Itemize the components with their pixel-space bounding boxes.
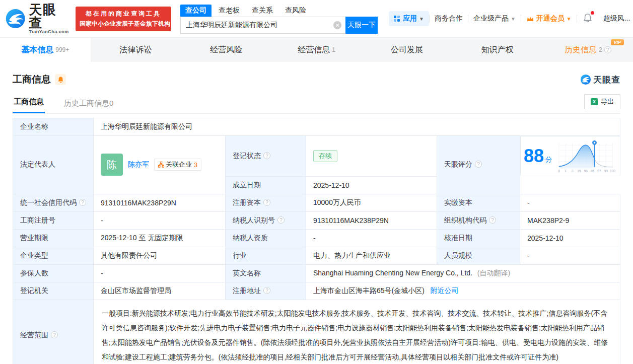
section-header: 工商信息 天眼查 (0, 62, 633, 86)
search-tab-risk[interactable]: 查风险 (280, 5, 311, 17)
table-row: 营业期限 2025-12-10 至 无固定期限 纳税人资质 - 核准日期 202… (13, 229, 620, 247)
export-button[interactable]: x 导出 (584, 94, 620, 109)
slogan-line1: 都在用的商业查询工具 (80, 10, 167, 18)
legal-rep-avatar[interactable]: 陈 (101, 154, 123, 176)
monitor-bell-button[interactable] (55, 74, 66, 85)
bell-icon (583, 13, 592, 23)
watermark-eye-icon (580, 74, 591, 85)
export-label: 导出 (601, 97, 614, 106)
registered-address-value: 上海市金山区海丰路65号(金城小区) 附近公司 (306, 282, 620, 300)
help-icon[interactable]: ? (475, 161, 482, 168)
tab-operation-info[interactable]: 经营信息 1 (271, 38, 362, 62)
reg-status-label: 登记状态? (226, 136, 306, 177)
company-type-label: 企业类型 (13, 247, 94, 264)
help-icon[interactable]: ? (263, 287, 270, 294)
org-chart-icon (158, 162, 164, 168)
help-icon[interactable]: ? (604, 46, 611, 53)
search-button[interactable]: 天眼一下 (345, 17, 378, 34)
help-icon[interactable]: ? (489, 216, 496, 224)
registry-authority-value: 金山区市场监督管理局 (94, 282, 226, 300)
taxpayer-id-label: 纳税人识别号? (226, 211, 306, 229)
related-companies-badge[interactable]: 关联企业 3 (154, 159, 201, 171)
cooperation-label: 商务合作 (435, 14, 463, 23)
clear-search-icon[interactable]: ✕ (333, 21, 341, 29)
english-name-label: 英文名称 (226, 264, 306, 282)
industry-label: 行业 (226, 247, 306, 264)
help-icon[interactable]: ? (51, 331, 58, 338)
establish-date-label: 成立日期 (226, 176, 306, 194)
tab-basic-info[interactable]: 基本信息 999+ (0, 38, 91, 62)
legal-rep-name-link[interactable]: 陈亦军 (128, 160, 149, 169)
table-row: 统一社会信用代码? 91310116MAK238P29N 注册资本? 10000… (13, 194, 620, 211)
tab-label: 历史信息 (565, 45, 597, 55)
subtab-business-info[interactable]: 工商信息 (13, 93, 45, 113)
tab-count: 1 (332, 46, 335, 53)
notifications-bell[interactable] (577, 13, 598, 25)
tab-history-info[interactable]: VIP 历史信息 2 ? (542, 38, 633, 62)
tab-label: 公司发展 (391, 45, 423, 55)
tianyancha-logo[interactable]: 天眼查 TianYanCha.com (5, 3, 71, 34)
paid-capital-label: 实缴资本 (437, 194, 520, 211)
company-name-label: 企业名称 (13, 118, 94, 136)
score-value: 88 (524, 147, 544, 165)
vip-label: 开通会员 (536, 14, 565, 23)
notification-dot (591, 11, 594, 15)
search-tab-relation[interactable]: 查关系 (247, 5, 278, 17)
reg-number-label: 工商注册号 (13, 211, 94, 229)
company-type-value: 其他有限责任公司 (94, 247, 226, 264)
paid-capital-value: - (520, 194, 620, 211)
help-icon[interactable]: ? (277, 216, 285, 224)
top-header: 天眼查 TianYanCha.com 都在用的商业查询工具 国家中小企业发展子基… (0, 0, 633, 38)
auto-translate-note: (自动翻译) (477, 269, 510, 277)
search-tab-company[interactable]: 查公司 (180, 5, 212, 17)
slogan-line2: 国家中小企业发展子基金旗下机构 (80, 20, 167, 28)
help-icon[interactable]: ? (79, 199, 86, 206)
svg-text:97: 97 (597, 169, 601, 173)
super-risk-menu[interactable]: 超级风...▼ (598, 14, 633, 23)
legal-rep-label: 法定代表人 (13, 136, 94, 194)
help-icon[interactable]: ? (263, 199, 270, 206)
taxpayer-qualification-value: - (306, 229, 437, 247)
business-scope-label: 经营范围? (13, 300, 94, 364)
insured-count-label: 参保人数 (13, 264, 94, 282)
credit-code-label: 统一社会信用代码? (13, 194, 94, 211)
tab-company-development[interactable]: 公司发展 (362, 38, 452, 62)
svg-text:85: 85 (591, 169, 595, 173)
tab-intellectual-property[interactable]: 知识产权 (452, 38, 543, 62)
company-name-value: 上海华明辰廷新能源有限公司 (94, 118, 620, 136)
search-tab-boss[interactable]: 查老板 (214, 5, 245, 17)
enterprise-products-menu[interactable]: 企业级产品▼ (468, 14, 521, 23)
open-vip-menu[interactable]: 开通会员▼ (521, 14, 577, 23)
credit-code-value: 91310116MAK238P29N (94, 194, 226, 211)
staff-size-value: - (520, 247, 620, 264)
taxpayer-id-value: 91310116MAK238P29N (306, 211, 437, 229)
logo-title: 天眼查 (29, 3, 71, 29)
registry-authority-label: 登记机关 (13, 282, 94, 300)
registered-address-label: 注册地址? (226, 282, 306, 300)
svg-text:15: 15 (577, 169, 581, 173)
tab-label: 经营风险 (210, 45, 242, 55)
apps-menu[interactable]: 应用▼ (389, 11, 429, 26)
approval-date-label: 核准日期 (437, 229, 520, 247)
crown-icon (526, 15, 534, 22)
tab-label: 知识产权 (481, 45, 514, 55)
score-cell[interactable]: 88 分 (520, 136, 620, 176)
help-icon[interactable]: ? (263, 152, 270, 159)
slogan-banner: 都在用的商业查询工具 国家中小企业发展子基金旗下机构 (76, 7, 171, 31)
business-cooperation-menu[interactable]: 商务合作 (430, 14, 468, 23)
table-row: 工商注册号 - 纳税人识别号? 91310116MAK238P29N 组织机构代… (13, 211, 620, 229)
watermark-text: 天眼查 (593, 74, 620, 86)
tab-legal[interactable]: 法律诉讼 (91, 38, 181, 62)
tab-operation-risk[interactable]: 经营风险 (181, 38, 271, 62)
svg-text:0: 0 (558, 169, 560, 173)
approval-date-value: 2025-12-10 (520, 229, 620, 247)
logo-eye-icon (5, 8, 26, 29)
table-row: 法定代表人 陈 陈亦军 关联企业 3 登记状态? (13, 136, 620, 177)
org-code-label: 组织机构代码? (437, 211, 520, 229)
table-row: 企业类型 其他有限责任公司 行业 电力、热力生产和供应业 人员规模 - (13, 247, 620, 264)
nearby-companies-link[interactable]: 附近公司 (431, 286, 459, 295)
tab-count: 999+ (55, 46, 69, 53)
company-nav-tabs: 基本信息 999+ 法律诉讼 经营风险 经营信息 1 公司发展 知识产权 VIP… (0, 38, 633, 62)
subtab-history-business-info[interactable]: 历史工商信息0 (63, 95, 114, 113)
search-input[interactable] (180, 17, 345, 34)
